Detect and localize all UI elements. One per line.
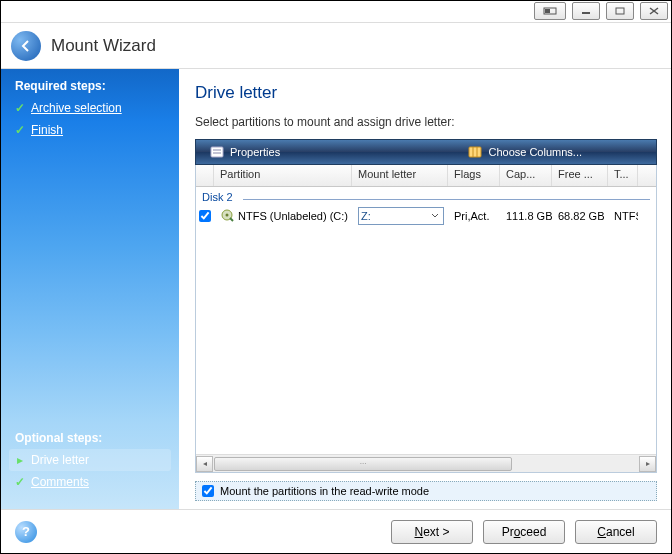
sidebar-item-label: Archive selection (31, 101, 122, 115)
optional-steps-heading: Optional steps: (15, 431, 171, 445)
row-checkbox[interactable] (199, 210, 211, 222)
properties-button[interactable]: Properties (196, 145, 294, 159)
close-button[interactable] (640, 2, 668, 20)
disk-icon (220, 208, 234, 224)
toolbar-label: Properties (230, 146, 280, 158)
cancel-button[interactable]: Cancel (575, 520, 657, 544)
column-mount-letter[interactable]: Mount letter (352, 165, 448, 186)
maximize-button[interactable] (606, 2, 634, 20)
toolbar-label: Choose Columns... (488, 146, 582, 158)
column-partition[interactable]: Partition (214, 165, 352, 186)
scrollbar-thumb[interactable]: ··· (214, 457, 512, 471)
horizontal-scrollbar[interactable]: ◂ ··· ▸ (196, 454, 656, 472)
content-pane: Drive letter Select partitions to mount … (179, 69, 671, 509)
disk-group-label: Disk 2 (196, 187, 239, 205)
column-flags[interactable]: Flags (448, 165, 500, 186)
scroll-left-button[interactable]: ◂ (196, 456, 213, 472)
row-capacity: 111.8 GB (500, 210, 552, 222)
column-free[interactable]: Free ... (552, 165, 608, 186)
next-button[interactable]: Next > (391, 520, 473, 544)
column-capacity[interactable]: Cap... (500, 165, 552, 186)
row-type: NTFS (608, 210, 638, 222)
table-row[interactable]: NTFS (Unlabeled) (C:) Pri,Act. 111.8 GB … (196, 205, 656, 227)
svg-rect-9 (469, 147, 481, 157)
check-icon: ✓ (15, 101, 25, 115)
row-flags: Pri,Act. (448, 210, 500, 222)
sidebar-item-label: Comments (31, 475, 89, 489)
check-icon: ✓ (15, 475, 25, 489)
scroll-right-button[interactable]: ▸ (639, 456, 656, 472)
instruction-text: Select partitions to mount and assign dr… (195, 115, 657, 129)
proceed-button[interactable]: Proceed (483, 520, 565, 544)
svg-point-13 (226, 214, 229, 217)
sidebar-item-label: Finish (31, 123, 63, 137)
titlebar (1, 1, 671, 23)
page-title: Mount Wizard (51, 36, 156, 56)
choose-columns-button[interactable]: Choose Columns... (454, 145, 596, 159)
help-button[interactable]: ? (15, 521, 37, 543)
sidebar-item-archive-selection[interactable]: ✓ Archive selection (9, 97, 171, 119)
footer: ? Next > Proceed Cancel (1, 509, 671, 553)
header: Mount Wizard (1, 23, 671, 69)
sidebar-item-label: Drive letter (31, 453, 89, 467)
check-icon: ✓ (15, 123, 25, 137)
table-header: Partition Mount letter Flags Cap... Free… (196, 165, 656, 187)
read-write-checkbox[interactable] (202, 485, 214, 497)
partition-name: NTFS (Unlabeled) (C:) (238, 210, 348, 222)
sidebar-item-finish[interactable]: ✓ Finish (9, 119, 171, 141)
sidebar-item-drive-letter[interactable]: ▸ Drive letter (9, 449, 171, 471)
svg-rect-6 (211, 147, 223, 157)
mount-letter-select[interactable] (358, 207, 444, 225)
svg-rect-1 (545, 9, 550, 13)
table-body: Disk 2 NTFS (Unlabeled) (C:) Pri,Act. 11… (196, 187, 656, 454)
required-steps-heading: Required steps: (15, 79, 171, 93)
titlebar-tool-button[interactable] (534, 2, 566, 20)
row-free: 68.82 GB (552, 210, 608, 222)
sidebar: Required steps: ✓ Archive selection ✓ Fi… (1, 69, 179, 509)
arrow-icon: ▸ (15, 453, 25, 467)
column-checkbox[interactable] (196, 165, 214, 186)
minimize-button[interactable] (572, 2, 600, 20)
read-write-option[interactable]: Mount the partitions in the read-write m… (195, 481, 657, 501)
column-type[interactable]: T... (608, 165, 638, 186)
properties-icon (210, 145, 224, 159)
svg-rect-3 (616, 8, 624, 14)
content-heading: Drive letter (195, 83, 657, 103)
read-write-label: Mount the partitions in the read-write m… (220, 485, 429, 497)
back-button[interactable] (11, 31, 41, 61)
sidebar-item-comments[interactable]: ✓ Comments (9, 471, 171, 493)
table-toolbar: Properties Choose Columns... (195, 139, 657, 165)
columns-icon (468, 145, 482, 159)
partition-table: Partition Mount letter Flags Cap... Free… (195, 165, 657, 473)
